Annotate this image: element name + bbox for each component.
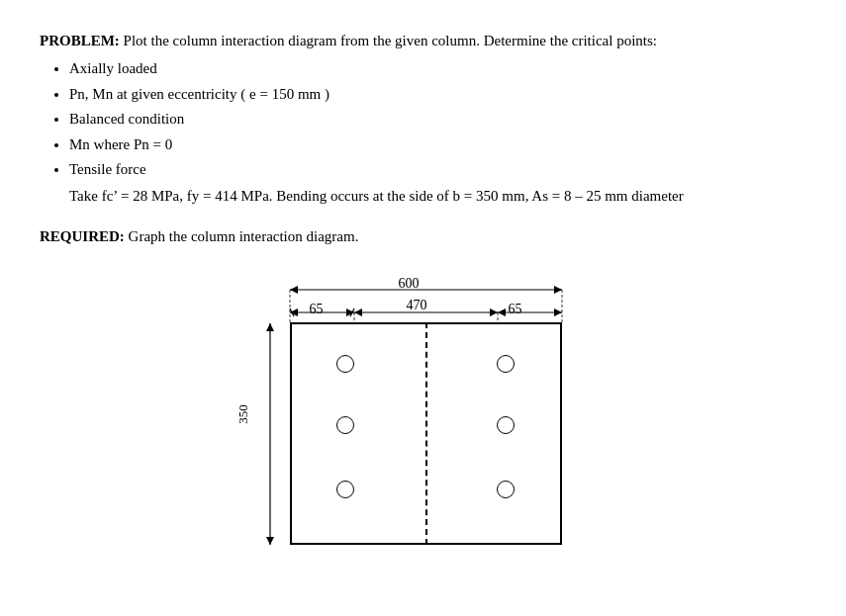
bullet-tensile: Tensile force bbox=[69, 157, 806, 183]
dim-600-label: 600 bbox=[399, 276, 420, 292]
svg-marker-1 bbox=[290, 286, 298, 294]
problem-label: PROBLEM: bbox=[40, 33, 120, 48]
svg-line-19 bbox=[290, 308, 294, 316]
svg-marker-7 bbox=[290, 308, 298, 316]
diagram-container: 600 470 65 65 350 bbox=[40, 268, 806, 574]
svg-marker-8 bbox=[346, 308, 354, 316]
rebar-right-middle bbox=[497, 416, 515, 434]
svg-marker-2 bbox=[554, 286, 562, 294]
svg-line-20 bbox=[350, 308, 354, 316]
dim-65-left-label: 65 bbox=[310, 302, 324, 317]
rebar-right-top bbox=[497, 355, 515, 373]
required-section: REQUIRED: Graph the column interaction d… bbox=[40, 225, 806, 248]
bullet-balanced: Balanced condition bbox=[69, 107, 806, 132]
dim-65-right-label: 65 bbox=[509, 302, 522, 317]
diagram-wrapper: 600 470 65 65 350 bbox=[216, 268, 631, 574]
rebar-left-bottom bbox=[336, 481, 354, 498]
svg-marker-10 bbox=[498, 308, 506, 316]
rebar-left-top bbox=[336, 355, 354, 373]
bullet-mn-pn0: Mn where Pn = 0 bbox=[69, 132, 806, 158]
dim-470-label: 470 bbox=[407, 298, 427, 313]
rebar-right-bottom bbox=[497, 481, 515, 498]
svg-marker-17 bbox=[266, 323, 274, 331]
rebar-left-middle bbox=[336, 416, 354, 434]
bullet-list: Axially loaded Pn, Mn at given eccentric… bbox=[69, 56, 806, 183]
required-description: Graph the column interaction diagram. bbox=[125, 228, 359, 244]
svg-marker-4 bbox=[354, 308, 362, 316]
problem-description: Plot the column interaction diagram from… bbox=[120, 33, 657, 48]
center-dashed-line bbox=[425, 322, 427, 545]
required-label: REQUIRED: bbox=[40, 228, 125, 244]
svg-marker-5 bbox=[490, 308, 498, 316]
svg-marker-18 bbox=[266, 537, 274, 545]
problem-section: PROBLEM: Plot the column interaction dia… bbox=[40, 30, 806, 208]
bullet-pn-mn: Pn, Mn at given eccentricity ( e = 150 m… bbox=[69, 82, 806, 108]
svg-marker-11 bbox=[554, 308, 562, 316]
dim-350-label: 350 bbox=[235, 405, 250, 425]
take-line: Take fc’ = 28 MPa, fy = 414 MPa. Bending… bbox=[69, 185, 806, 208]
bullet-axially: Axially loaded bbox=[69, 56, 806, 82]
